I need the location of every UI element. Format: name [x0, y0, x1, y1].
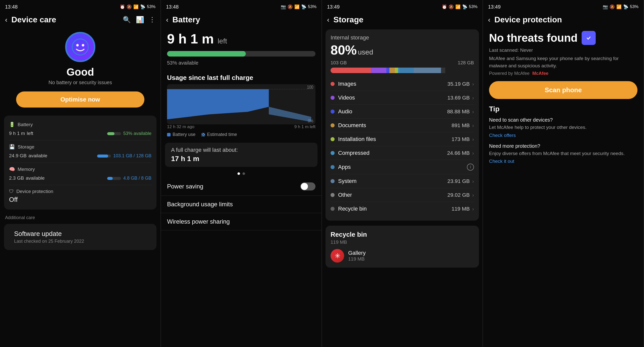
power-saving-toggle[interactable]	[300, 182, 315, 190]
battery-left-label: left	[218, 37, 227, 45]
info-icon-apps[interactable]: i	[467, 164, 474, 171]
check-offers-link[interactable]: Check offers	[489, 133, 516, 138]
status-icons-4: 📷 🔕 📶 📡 53%	[603, 4, 638, 10]
storage-row-apps[interactable]: Apps i	[331, 160, 474, 174]
back-button-4[interactable]: ‹	[488, 16, 490, 24]
shield-check-icon	[582, 31, 596, 45]
software-update-sub: Last checked on 25 February 2022	[14, 239, 146, 244]
dot-1[interactable]	[237, 172, 240, 175]
status-bar-4: 13:49 📷 🔕 📶 📡 53%	[483, 0, 643, 13]
back-button-2[interactable]: ‹	[166, 16, 168, 24]
svg-point-1	[76, 44, 79, 46]
back-button-1[interactable]: ‹	[5, 16, 7, 24]
chevron-videos: ›	[472, 95, 474, 101]
memory-bar-small	[107, 177, 121, 180]
bar-audio	[386, 68, 389, 73]
top-nav-1: ‹ Device care 🔍 📊 ⋮	[0, 13, 160, 27]
scan-phone-button[interactable]: Scan phone	[489, 81, 637, 99]
dot-recycle	[331, 207, 335, 211]
memory-icon: 🧠	[9, 166, 15, 172]
screen-device-protection: 13:49 📷 🔕 📶 📡 53% ‹ Device protection No…	[483, 0, 644, 347]
search-icon-1[interactable]: 🔍	[123, 16, 131, 24]
storage-value: 24.9 GB available	[9, 151, 47, 159]
storage-icon: 💾	[9, 144, 15, 150]
recycle-bin-title: Recycle bin	[331, 231, 474, 238]
power-saving-row[interactable]: Power saving	[161, 177, 321, 196]
additional-care-label: Additional care	[0, 212, 160, 222]
storage-item[interactable]: 💾 Storage 24.9 GB available 103.1 GB / 1…	[9, 140, 151, 163]
tip-title-1: Need to scan other devices?	[489, 117, 637, 123]
dot-apps	[331, 165, 335, 169]
tip-title-2: Need more protection?	[489, 143, 637, 149]
recycle-bin-card: Recycle bin 119 MB ✳ Gallery 119 MB	[326, 226, 479, 268]
chevron-recycle: ›	[472, 206, 474, 212]
top-nav-4: ‹ Device protection	[483, 13, 643, 27]
storage-row-audio[interactable]: Audio 88.88 MB ›	[331, 105, 474, 119]
tip-block-1: Need to scan other devices? Let McAfee h…	[489, 117, 637, 138]
status-bar-2: 13:48 📷 🔕 📶 📡 53%	[161, 0, 321, 13]
battery-item[interactable]: 🔋 Battery 9 h 1 m left 53% available	[9, 118, 151, 140]
screen-storage: 13:49 ⏰ 🔕 📶 📡 53% ‹ Storage Internal sto…	[322, 0, 483, 347]
status-icons-1: ⏰ 🔕 📶 📡 53%	[120, 4, 155, 10]
page-title-3: Storage	[333, 15, 477, 24]
status-bar-3: 13:49 ⏰ 🔕 📶 📡 53%	[322, 0, 482, 13]
status-bar-1: 13:48 ⏰ 🔕 📶 📡 53%	[0, 0, 160, 13]
battery-pct-4: 53%	[630, 4, 638, 9]
recycle-gallery-item[interactable]: ✳ Gallery 119 MB	[331, 249, 474, 263]
device-protection-value: Off	[9, 196, 18, 204]
storage-row-compressed[interactable]: Compressed 24.66 MB ›	[331, 146, 474, 160]
wifi-icon-4: 📶	[616, 4, 622, 10]
legend-estimated: Estimated time	[202, 132, 237, 137]
storage-row-recycle[interactable]: Recycle bin 119 MB ›	[331, 202, 474, 216]
storage-row-videos[interactable]: Videos 13.69 GB ›	[331, 91, 474, 105]
more-icon-1[interactable]: ⋮	[149, 16, 155, 24]
page-dots	[161, 170, 321, 177]
top-nav-3: ‹ Storage	[322, 13, 482, 27]
dot-videos	[331, 96, 335, 100]
recycle-bin-size: 119 MB	[331, 239, 474, 245]
memory-right: 4.8 GB / 8 GB	[107, 176, 151, 181]
storage-right: 103.1 GB / 128 GB	[97, 153, 151, 159]
wireless-power-row[interactable]: Wireless power sharing	[161, 213, 321, 230]
chevron-other: ›	[472, 192, 474, 198]
dot-audio	[331, 110, 335, 114]
legend-dot-battery	[167, 133, 171, 136]
bar-docs	[389, 68, 395, 73]
storage-row-docs[interactable]: Documents 891 MB ›	[331, 119, 474, 132]
software-update-item[interactable]: Software update Last checked on 25 Febru…	[9, 226, 151, 247]
storage-row-install[interactable]: Installation files 173 MB ›	[331, 132, 474, 146]
top-nav-2: ‹ Battery	[161, 13, 321, 27]
dot-images	[331, 82, 335, 86]
storage-bar-labels: 103 GB 128 GB	[331, 60, 474, 66]
page-title-1: Device care	[11, 15, 119, 24]
svg-text:100: 100	[307, 85, 313, 90]
dot-2[interactable]	[243, 172, 245, 175]
software-update-title: Software update	[14, 230, 146, 238]
battery-bar-fill	[167, 51, 246, 57]
battery-time-value: 9 h 1 m	[167, 31, 214, 46]
memory-value: 2.3 GB available	[9, 174, 45, 181]
check-it-out-link[interactable]: Check it out	[489, 159, 514, 164]
storage-row-other[interactable]: Other 29.02 GB ›	[331, 188, 474, 202]
back-button-3[interactable]: ‹	[327, 16, 329, 24]
alarm-icon: ⏰	[120, 4, 125, 10]
optimise-button[interactable]: Optimise now	[16, 91, 144, 108]
device-protection-item[interactable]: 🛡 Device protection Off	[9, 185, 151, 207]
internal-storage-label: Internal storage	[331, 34, 474, 41]
wifi-icon-2: 📶	[294, 4, 300, 10]
chevron-docs: ›	[472, 123, 474, 128]
power-saving-label: Power saving	[167, 183, 203, 190]
chevron-system: ›	[472, 178, 474, 184]
chevron-images: ›	[472, 81, 474, 87]
storage-row-system[interactable]: System 23.91 GB ›	[331, 174, 474, 188]
storage-row-images[interactable]: Images 35.19 GB ›	[331, 77, 474, 91]
time-1: 13:48	[5, 4, 18, 10]
dot-install	[331, 137, 335, 141]
screen-device-care: 13:48 ⏰ 🔕 📶 📡 53% ‹ Device care 🔍 📊 ⋮	[0, 0, 161, 347]
signal-icon-3: 📡	[462, 4, 467, 10]
memory-item[interactable]: 🧠 Memory 2.3 GB available 4.8 GB / 8 GB	[9, 163, 151, 185]
background-usage-row[interactable]: Background usage limits	[161, 196, 321, 213]
status-icons-3: ⏰ 🔕 📶 📡 53%	[442, 4, 477, 10]
mute-icon: 🔕	[127, 4, 132, 10]
chart-icon-1[interactable]: 📊	[136, 16, 144, 24]
